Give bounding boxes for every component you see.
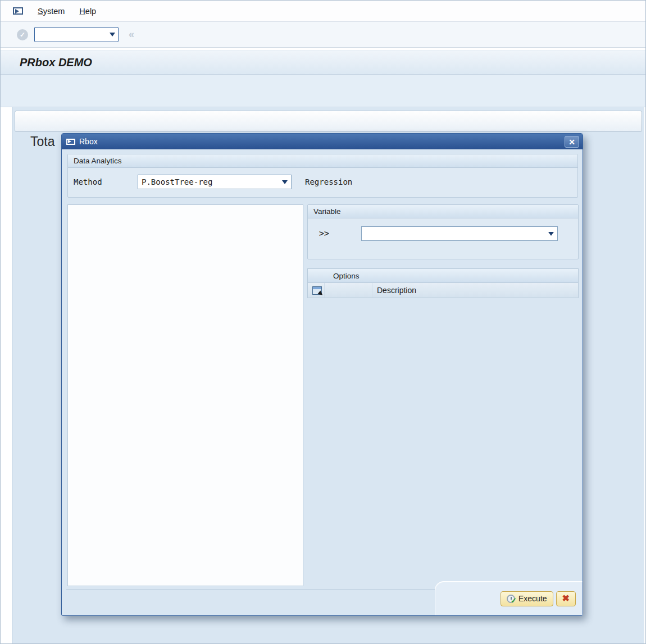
description-column-header: Description: [372, 283, 578, 298]
chevron-down-icon: [110, 33, 115, 36]
dialog-title: Rbox: [79, 137, 98, 146]
alv-title: Tota: [30, 134, 54, 149]
execute-icon: [507, 595, 515, 603]
collapse-icon[interactable]: «: [124, 28, 139, 42]
method-label: Method: [74, 177, 138, 186]
select-all-icon[interactable]: [312, 286, 322, 295]
options-table: Description: [307, 283, 579, 298]
data-analytics-section: Data Analytics Method P.BoostTree-reg Re…: [67, 154, 578, 198]
variable-section: Variable >>: [307, 204, 579, 259]
section-header: Variable: [308, 205, 578, 218]
close-icon[interactable]: ✕: [565, 136, 579, 148]
method-type-label: Regression: [305, 177, 352, 186]
menu-system[interactable]: System: [38, 7, 65, 16]
cancel-button[interactable]: ✖: [556, 591, 576, 606]
chevron-down-icon: [548, 232, 554, 236]
screen-title-bar: PRbox DEMO: [1, 50, 645, 75]
menu-bar: System Help: [1, 1, 645, 22]
dialog-title-bar[interactable]: Rbox ✕: [62, 134, 583, 149]
application-window: System Help ✓ « PRbox DEMO Tota Rbox ✕ D…: [0, 0, 646, 644]
command-field[interactable]: [34, 27, 119, 42]
assign-variable-label: >>: [319, 229, 361, 239]
chevron-down-icon: [282, 180, 288, 184]
alv-toolbar: [15, 111, 642, 132]
cancel-x-icon: ✖: [562, 594, 570, 603]
options-table-header: Description: [308, 283, 578, 298]
rbox-dialog: Rbox ✕ Data Analytics Method P.BoostTree…: [61, 133, 583, 616]
options-section: Options Description: [307, 268, 579, 376]
menu-help[interactable]: Help: [79, 7, 96, 16]
dialog-icon: [66, 139, 75, 145]
section-header: Data Analytics: [68, 154, 577, 168]
footer-divider: [66, 589, 442, 590]
sap-session-icon[interactable]: [13, 7, 23, 15]
execute-button[interactable]: Execute: [501, 591, 553, 606]
system-toolbar: ✓ «: [1, 22, 645, 48]
section-header: Options: [307, 268, 579, 283]
variable-dropdown[interactable]: [361, 226, 558, 241]
header-spacer: [1, 75, 645, 107]
parameters-tree: [67, 204, 303, 586]
dialog-footer: Execute ✖: [435, 581, 583, 615]
method-dropdown[interactable]: P.BoostTree-reg: [138, 175, 292, 189]
page-title: PRbox DEMO: [20, 56, 92, 69]
enter-check-icon[interactable]: ✓: [17, 29, 28, 40]
